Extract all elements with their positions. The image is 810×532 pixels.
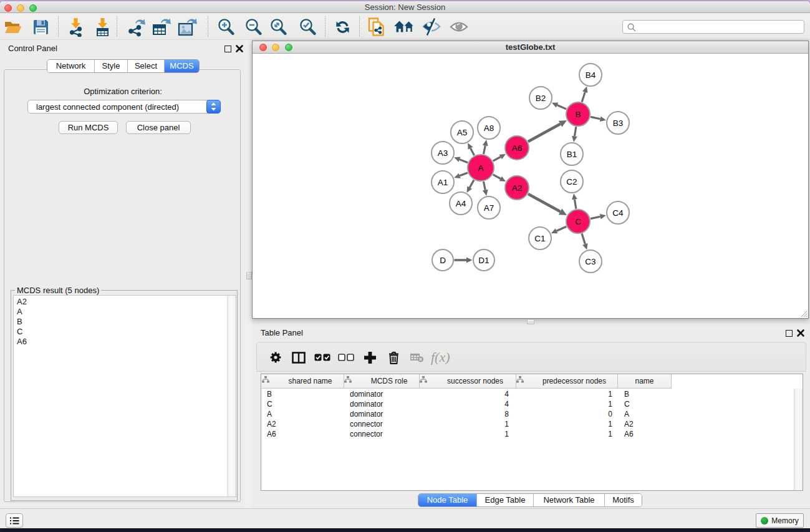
show-column-button[interactable] [287,346,310,369]
vertical-split-grip[interactable] [246,272,252,279]
graph-edge[interactable] [582,92,585,102]
tab-edge-table[interactable]: Edge Table [477,494,534,506]
graph-edge[interactable] [483,145,485,154]
add-column-button[interactable] [359,346,381,369]
table-cell: C [618,399,670,409]
graph-edge[interactable] [528,124,561,142]
fit-content-button[interactable] [267,15,289,39]
tab-style[interactable]: Style [95,60,128,72]
node-table[interactable]: shared nameMCDS rolesuccessor nodesprede… [261,374,803,491]
zoom-out-button[interactable] [242,15,264,39]
tab-motifs[interactable]: Motifs [605,494,642,506]
column-header-label: successor nodes [427,374,523,388]
tab-network[interactable]: Network [47,60,95,72]
close-panel-icon[interactable] [235,44,244,53]
graph-edge[interactable] [557,226,567,231]
zoom-selected-button[interactable] [296,15,319,39]
apply-layout-button[interactable] [331,15,354,39]
graph-node-label: B2 [536,94,546,103]
tab-network-table[interactable]: Network Table [534,494,605,506]
float-panel-icon[interactable] [224,46,231,52]
table-float-panel-icon[interactable] [786,330,793,337]
graph-edge[interactable] [470,180,474,188]
run-mcds-button[interactable]: Run MCDS [59,121,118,134]
refresh-icon [335,19,350,35]
graph-edge[interactable] [471,148,475,155]
window-title: Session: New Session [0,1,810,13]
graph-node-label: A1 [438,178,448,187]
graph-edge[interactable] [582,234,585,244]
table-column-header[interactable]: successor nodes [420,374,516,389]
graph-edge[interactable] [460,173,468,176]
result-list-item[interactable]: A6 [14,337,236,347]
table-cell: A [618,409,670,419]
window-resize-grip[interactable] [799,309,808,317]
table-cell: 1 [420,419,515,429]
table-column-header[interactable]: MCDS role [344,374,420,389]
tab-select[interactable]: Select [128,60,165,72]
task-history-button[interactable] [6,513,23,528]
graph-edge[interactable] [493,157,501,161]
export-table-button[interactable] [150,15,172,39]
zoom-out-icon [244,18,263,36]
table-column-header[interactable]: shared name [262,374,344,389]
table-row[interactable]: A6connector11A6 [261,429,803,439]
graph-node-label: A3 [438,148,448,158]
deselect-all-button[interactable] [335,346,357,369]
import-table-button[interactable] [91,15,113,39]
table-scrollbar[interactable] [794,389,803,490]
hide-selected-button[interactable] [420,15,443,39]
tab-node-table[interactable]: Node Table [418,494,477,506]
close-panel-button[interactable]: Close panel [126,121,191,134]
export-network-button[interactable] [125,15,148,39]
table-row[interactable]: A2connector11A2 [261,419,803,429]
export-image-button[interactable] [176,15,198,39]
graph-edge[interactable] [493,175,501,179]
delete-column-button[interactable] [382,346,405,369]
graph-edge[interactable] [460,160,468,163]
memory-button[interactable]: Memory [756,513,804,528]
horizontal-split-grip[interactable] [527,319,534,324]
graph-edge[interactable] [574,127,576,136]
table-options-button[interactable] [264,346,287,369]
graph-edge[interactable] [528,194,561,211]
save-session-button[interactable] [29,15,52,39]
search-input[interactable] [638,21,800,32]
column-type-icon [344,376,352,383]
table-close-panel-icon[interactable] [796,329,805,337]
open-session-button[interactable] [2,15,24,39]
show-all-button[interactable] [448,15,470,39]
graph-edge[interactable] [591,216,600,218]
result-list-scrollbar[interactable] [227,296,236,496]
result-list-item[interactable]: A2 [14,297,236,307]
table-cell: dominator [344,409,418,419]
table-row[interactable]: Bdominator41B [261,389,803,399]
graph-edge[interactable] [574,200,576,209]
zoom-in-button[interactable] [215,15,237,39]
graph-edge[interactable] [557,105,567,109]
table-column-header[interactable]: name [618,374,672,389]
graph-edge-arrowhead [466,258,473,263]
graph-edge-arrowhead [483,190,488,196]
function-builder-button[interactable]: f(x) [429,346,455,369]
first-neighbors-button[interactable] [393,15,415,39]
graph-edge[interactable] [483,181,485,190]
delete-table-button[interactable] [406,346,428,369]
table-column-header[interactable]: predecessor nodes [516,374,618,389]
result-list-item[interactable]: C [14,327,236,337]
criterion-dropdown[interactable]: largest connected component (directed) [27,100,221,114]
network-graph[interactable]: B4B2BB3A5A8A6A3AB1A1A2C2A4A7C4CC1C3DD1 [253,54,808,318]
table-row[interactable]: Adominator80A [261,409,803,419]
graph-edge-arrowhead [600,214,606,220]
graph-edge[interactable] [591,117,600,118]
table-row[interactable]: Cdominator41C [261,399,803,409]
tab-mcds[interactable]: MCDS [165,60,199,72]
clone-network-button[interactable] [365,15,388,39]
result-list-item[interactable]: B [14,317,236,327]
select-all-button[interactable] [311,346,334,369]
toolbar-separator [58,16,59,37]
graph-edge-arrowhead [600,117,606,122]
mcds-result-list[interactable]: A2ABCA6 [13,295,236,497]
result-list-item[interactable]: A [14,307,236,317]
import-network-button[interactable] [64,15,87,39]
